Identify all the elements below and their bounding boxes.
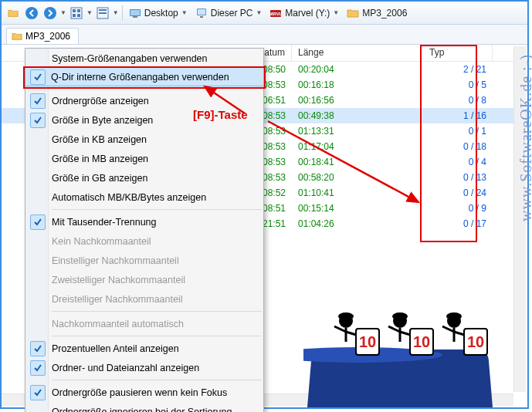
menu-item[interactable]: Ordnergröße ignorieren bei der Sortierun… xyxy=(25,402,263,412)
crumb-label: Desktop xyxy=(144,8,178,19)
col-header-type[interactable]: Typ xyxy=(423,45,493,61)
crumb-desktop[interactable]: Desktop ▼ xyxy=(126,7,191,19)
svg-point-22 xyxy=(338,312,354,320)
context-menu: System-Größenangaben verwendenQ-Dir inte… xyxy=(25,48,264,412)
svg-rect-5 xyxy=(73,14,76,17)
svg-rect-6 xyxy=(77,14,80,17)
svg-rect-14 xyxy=(198,9,205,15)
menu-item[interactable]: Größe in GB anzeigen xyxy=(25,168,263,187)
view-dropdown-icon[interactable]: ▼ xyxy=(86,9,93,16)
svg-rect-3 xyxy=(73,9,76,12)
menu-item[interactable]: Mit Tausender-Trennung xyxy=(25,212,263,231)
svg-text:10: 10 xyxy=(359,333,376,350)
chevron-down-icon: ▼ xyxy=(256,9,262,16)
crumb-label: Dieser PC xyxy=(211,8,253,19)
svg-rect-12 xyxy=(133,16,137,18)
open-folder-button[interactable] xyxy=(5,5,22,22)
svg-text:MRVL: MRVL xyxy=(269,12,282,16)
crumb-label: Marvel (Y:) xyxy=(285,8,330,19)
menu-item[interactable]: Ordner- und Dateianzahl anzeigen xyxy=(25,358,263,377)
menu-item: Zweistelliger Nachkommaanteil xyxy=(25,270,263,289)
history-dropdown-icon[interactable]: ▼ xyxy=(60,9,66,16)
svg-rect-15 xyxy=(200,16,203,18)
svg-rect-9 xyxy=(99,12,107,14)
crumb-folder[interactable]: MP3_2006 xyxy=(344,7,410,19)
tab-label: MP3_2006 xyxy=(25,31,70,42)
view-grid-button[interactable] xyxy=(68,5,85,22)
menu-item[interactable]: Größe in Byte anzeigen xyxy=(25,110,263,130)
col-header-length[interactable]: Länge xyxy=(292,45,423,61)
menu-item[interactable]: Automatisch MB/KB/Bytes anzeigen xyxy=(25,187,263,207)
svg-rect-4 xyxy=(77,9,80,12)
layout-button[interactable] xyxy=(94,5,111,22)
nav-forward-button[interactable] xyxy=(42,5,59,22)
judges-illustration: 10 10 10 xyxy=(303,307,496,407)
tab-active[interactable]: MP3_2006 xyxy=(6,28,79,44)
crumb-drive[interactable]: MRVL Marvel (Y:) ▼ xyxy=(266,7,342,19)
chevron-down-icon: ▼ xyxy=(333,9,339,16)
chevron-down-icon: ▼ xyxy=(181,9,188,16)
menu-item[interactable]: Größe in KB anzeigen xyxy=(25,130,263,149)
svg-rect-11 xyxy=(130,10,140,15)
menu-item[interactable]: Q-Dir interne Größenangaben verwenden xyxy=(25,67,264,86)
watermark: www.SoftwareOK.de :-) xyxy=(517,54,532,221)
svg-rect-8 xyxy=(99,9,107,11)
menu-item: Einstelliger Nachkommaanteil xyxy=(25,251,263,270)
menu-item: Dreistelliger Nachkommaanteil xyxy=(25,289,263,309)
menu-item[interactable]: Größe in MB anzeigen xyxy=(25,149,263,168)
svg-text:10: 10 xyxy=(413,333,430,350)
menu-item[interactable]: Ordnergröße anzeigen xyxy=(25,91,263,110)
menu-item[interactable]: Prozentuellen Anteil anzeigen xyxy=(25,339,263,358)
tab-bar: MP3_2006 xyxy=(2,25,527,45)
svg-point-36 xyxy=(446,312,462,320)
menu-item: Kein Nachkommaanteil xyxy=(25,231,263,251)
nav-back-button[interactable] xyxy=(23,5,40,22)
crumb-label: MP3_2006 xyxy=(362,8,407,19)
svg-point-0 xyxy=(25,7,38,19)
menu-item[interactable]: System-Größenangaben verwenden xyxy=(25,49,263,68)
toolbar: ▼ ▼ ▼ Desktop ▼ Dieser PC ▼ MRVL Marvel … xyxy=(2,2,527,25)
menu-item[interactable]: Ordnergröße pausieren wenn kein Fokus xyxy=(25,383,263,402)
layout-dropdown-icon[interactable]: ▼ xyxy=(113,9,119,16)
svg-point-1 xyxy=(44,7,56,19)
svg-point-29 xyxy=(392,312,408,320)
app-window: ▼ ▼ ▼ Desktop ▼ Dieser PC ▼ MRVL Marvel … xyxy=(0,0,529,409)
menu-item: Nachkommaanteil automatisch xyxy=(25,314,263,333)
svg-text:10: 10 xyxy=(467,333,484,350)
crumb-this-pc[interactable]: Dieser PC ▼ xyxy=(192,7,266,19)
